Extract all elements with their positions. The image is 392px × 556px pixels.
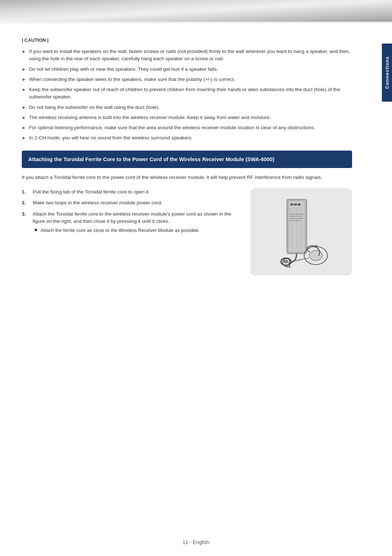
step-1: 1. Pull the fixing tab of the Toroidal f… xyxy=(22,188,240,196)
section-description: If you attach a Toroidal ferrite core to… xyxy=(22,174,352,181)
list-item: ► Do not hang the subwoofer on the wall … xyxy=(22,104,352,111)
step-content-3: Attach the Toroidal ferrite core to the … xyxy=(33,210,240,234)
steps-and-image: 1. Pull the fixing tab of the Toroidal f… xyxy=(22,188,352,275)
step-text: Make two loops in the wireless receiver … xyxy=(33,199,240,207)
bullet-arrow-icon: ► xyxy=(22,86,26,93)
step-sub-bullet: ● Attach the ferrite core as close to th… xyxy=(34,227,240,234)
svg-rect-3 xyxy=(294,204,297,205)
sub-bullet-text: Attach the ferrite core as close to the … xyxy=(41,227,200,234)
bullet-arrow-icon: ► xyxy=(22,124,26,131)
bullet-text: If you want to install the speakers on t… xyxy=(29,48,352,63)
device-illustration xyxy=(258,196,345,268)
list-item: ► When connecting the speaker wires to t… xyxy=(22,76,352,83)
step-3: 3. Attach the Toroidal ferrite core to t… xyxy=(22,210,240,234)
page-footer: 11 - English xyxy=(0,539,392,545)
bullet-text: Keep the subwoofer speaker out of reach … xyxy=(29,86,352,101)
steps-list: 1. Pull the fixing tab of the Toroidal f… xyxy=(22,188,240,237)
connections-side-tab: Connections xyxy=(382,44,392,102)
list-item: ► In 2-CH mode, you will hear no sound f… xyxy=(22,134,352,142)
main-content: | CAUTION | ► If you want to install the… xyxy=(0,23,381,297)
caution-bullet-list: ► If you want to install the speakers on… xyxy=(22,48,352,142)
svg-rect-11 xyxy=(290,218,303,219)
step-2: 2. Make two loops in the wireless receiv… xyxy=(22,199,240,207)
section-heading: Attaching the Toroidal Ferrite Core to t… xyxy=(22,151,352,168)
step-number: 3. xyxy=(22,210,29,218)
step-text: Pull the fixing tab of the Toroidal ferr… xyxy=(33,188,240,196)
svg-rect-1 xyxy=(289,201,305,252)
svg-rect-2 xyxy=(290,204,293,205)
list-item: ► For optimal listening performance, mak… xyxy=(22,124,352,131)
bullet-arrow-icon: ► xyxy=(22,104,26,111)
sub-bullet-icon: ● xyxy=(34,227,38,233)
device-image-box xyxy=(250,188,352,275)
list-item: ► Keep the subwoofer speaker out of reac… xyxy=(22,86,352,101)
bullet-text: In 2-CH mode, you will hear no sound fro… xyxy=(29,134,193,142)
step-number: 2. xyxy=(22,199,29,207)
bullet-text: Do not let children play with or near th… xyxy=(29,66,218,73)
bullet-arrow-icon: ► xyxy=(22,48,26,55)
side-tab-label: Connections xyxy=(384,56,390,89)
svg-point-17 xyxy=(309,250,322,261)
bullet-arrow-icon: ► xyxy=(22,66,26,73)
bullet-arrow-icon: ► xyxy=(22,76,26,83)
svg-point-14 xyxy=(283,260,289,263)
list-item: ► Do not let children play with or near … xyxy=(22,66,352,73)
bullet-arrow-icon: ► xyxy=(22,135,26,141)
svg-rect-10 xyxy=(290,216,302,217)
svg-rect-9 xyxy=(290,214,304,214)
svg-rect-4 xyxy=(298,204,301,205)
caution-title: | CAUTION | xyxy=(22,37,352,43)
page-number: 11 - English xyxy=(183,539,209,545)
step-number: 1. xyxy=(22,188,29,196)
bullet-text: The wireless receiving antenna is built … xyxy=(29,114,271,121)
bullet-text: For optimal listening performance, make … xyxy=(29,124,315,131)
step-text: Attach the Toroidal ferrite core to the … xyxy=(33,211,231,224)
list-item: ► If you want to install the speakers on… xyxy=(22,48,352,63)
bullet-text: When connecting the speaker wires to the… xyxy=(29,76,235,83)
svg-rect-12 xyxy=(290,220,301,221)
bullet-arrow-icon: ► xyxy=(22,114,26,121)
list-item: ► The wireless receiving antenna is buil… xyxy=(22,114,352,121)
bullet-text: Do not hang the subwoofer on the wall us… xyxy=(29,104,160,111)
header-bar xyxy=(0,0,392,22)
